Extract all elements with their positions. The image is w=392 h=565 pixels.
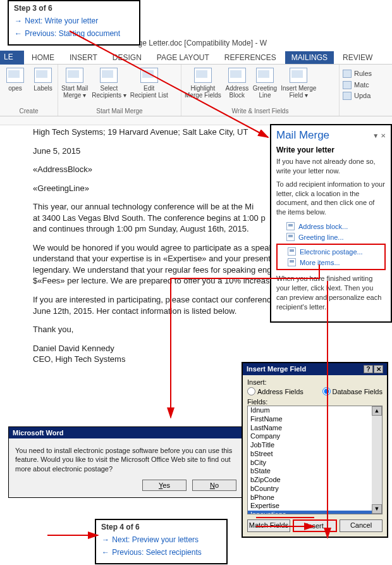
alert-title: Microsoft Word bbox=[9, 427, 245, 438]
pane-text-2: To add recipient information to your let… bbox=[276, 180, 386, 217]
group-start-mail-merge: Start MailMerge ▾ SelectRecipients ▾ Edi… bbox=[58, 65, 181, 116]
yes-button[interactable]: Yes bbox=[142, 480, 187, 491]
wizard-step-3: Step 3 of 6 → Next: Write your letter ← … bbox=[8, 0, 140, 46]
no-button[interactable]: No bbox=[192, 480, 236, 491]
rules-icon bbox=[343, 70, 352, 78]
start-merge-icon bbox=[66, 68, 83, 83]
pane-title: Mail Merge ▼ ✕ bbox=[276, 129, 386, 142]
file-tab[interactable]: LE bbox=[0, 51, 24, 65]
alert-message: You need to install electronic postage s… bbox=[9, 438, 245, 477]
group-rules: Rules Matc Upda bbox=[340, 65, 375, 116]
greeting-icon bbox=[256, 68, 274, 83]
list-item[interactable]: JobTitle bbox=[248, 441, 382, 450]
arrow-right-icon: → bbox=[14, 15, 23, 27]
update-icon bbox=[343, 92, 352, 100]
recipients-icon bbox=[100, 68, 118, 83]
postage-alert-dialog: Microsoft Word You need to install elect… bbox=[8, 426, 246, 498]
labels-icon bbox=[34, 68, 52, 83]
list-item[interactable]: bState bbox=[248, 467, 382, 476]
scroll-up-icon[interactable]: ▲ bbox=[372, 406, 382, 416]
list-item[interactable]: Company bbox=[248, 432, 382, 441]
greeting-line-link[interactable]: Greeting line... bbox=[276, 232, 386, 242]
insert-field-icon bbox=[290, 68, 307, 83]
insert-label: Insert: bbox=[247, 378, 383, 386]
list-item[interactable]: Expertise bbox=[248, 502, 382, 511]
fields-label: Fields: bbox=[247, 398, 383, 406]
edit-recipient-list-button[interactable]: EditRecipient List bbox=[130, 68, 168, 99]
list-item[interactable]: bPhone bbox=[248, 494, 382, 502]
address-block-link[interactable]: Address block... bbox=[276, 221, 386, 232]
tab-page-layout[interactable]: PAGE LAYOUT bbox=[150, 51, 216, 64]
pane-close-buttons[interactable]: ▼ ✕ bbox=[372, 132, 386, 139]
wizard-step-4: Step 4 of 6 → Next: Preview your letters… bbox=[95, 519, 228, 564]
tab-design[interactable]: DESIGN bbox=[106, 51, 148, 64]
scroll-down-icon[interactable]: ▼ bbox=[372, 504, 382, 514]
insert-merge-field-button[interactable]: Insert MergeField ▾ bbox=[281, 68, 316, 99]
pane-text-1: If you have not already done so, write y… bbox=[276, 157, 386, 176]
highlight-icon bbox=[194, 68, 212, 83]
group-write-insert: HighlightMerge Fields AddressBlock Greet… bbox=[181, 65, 340, 116]
step-label: Step 3 of 6 bbox=[14, 4, 134, 13]
address-fields-radio[interactable]: Address Fields bbox=[247, 387, 303, 395]
ribbon-tabs: LE HOME INSERT DESIGN PAGE LAYOUT REFERE… bbox=[0, 51, 392, 65]
electronic-postage-link[interactable]: Electronic postage... bbox=[278, 246, 384, 257]
scrollbar[interactable]: ▲ ▼ bbox=[372, 406, 382, 514]
tab-references[interactable]: REFERENCES bbox=[218, 51, 283, 64]
list-item-selected[interactable]: Innovations bbox=[248, 511, 382, 514]
list-item[interactable]: bZipCode bbox=[248, 476, 382, 485]
list-item[interactable]: LastName bbox=[248, 424, 382, 433]
ribbon-body: opes Labels Create Start MailMerge ▾ Sel… bbox=[0, 65, 392, 116]
match-fields-button[interactable]: Match Fields bbox=[247, 519, 290, 532]
arrow-left-icon: ← bbox=[101, 546, 110, 559]
next-write-letter-link[interactable]: → Next: Write your letter bbox=[14, 15, 134, 27]
greeting-line-button[interactable]: GreetingLine bbox=[253, 68, 277, 99]
start-mail-merge-button[interactable]: Start MailMerge ▾ bbox=[61, 68, 88, 99]
envelope-icon bbox=[6, 68, 24, 83]
help-button[interactable]: ? bbox=[364, 365, 373, 373]
list-item[interactable]: bCountry bbox=[248, 485, 382, 494]
list-item[interactable]: Idnum bbox=[248, 406, 382, 415]
tab-mailings[interactable]: MAILINGS bbox=[285, 51, 334, 64]
close-button[interactable]: ✕ bbox=[374, 365, 383, 373]
insert-merge-field-dialog: Insert Merge Field ?✕ Insert: Address Fi… bbox=[242, 362, 388, 538]
tab-review[interactable]: REVIEW bbox=[336, 51, 379, 64]
list-item[interactable]: FirstName bbox=[248, 415, 382, 424]
step-label: Step 4 of 6 bbox=[101, 523, 221, 531]
prev-select-recipients-link[interactable]: ← Previous: Select recipients bbox=[101, 546, 221, 559]
fields-listbox[interactable]: Idnum FirstName LastName Company JobTitl… bbox=[247, 406, 383, 514]
dialog-title-bar: Insert Merge Field ?✕ bbox=[243, 363, 387, 375]
list-item[interactable]: bStreet bbox=[248, 450, 382, 459]
tab-insert[interactable]: INSERT bbox=[63, 51, 104, 64]
envelopes-button[interactable]: opes bbox=[3, 68, 27, 92]
prev-starting-doc-link[interactable]: ← Previous: Starting document bbox=[14, 27, 134, 40]
match-icon bbox=[343, 81, 352, 89]
highlighted-links: Electronic postage... More items... bbox=[276, 244, 386, 270]
list-item[interactable]: bCity bbox=[248, 459, 382, 468]
database-fields-radio[interactable]: Database Fields bbox=[322, 387, 383, 395]
rules-button[interactable]: Rules bbox=[343, 68, 372, 80]
cancel-button[interactable]: Cancel bbox=[340, 519, 383, 532]
doc-icon bbox=[286, 222, 295, 230]
pane-text-3: When you have finished writing your lett… bbox=[276, 274, 386, 311]
address-block-button[interactable]: AddressBlock bbox=[225, 68, 249, 99]
postage-icon bbox=[288, 247, 296, 256]
dialog-window-buttons: ?✕ bbox=[363, 365, 383, 373]
more-items-link[interactable]: More items... bbox=[278, 257, 384, 268]
items-icon bbox=[288, 258, 296, 266]
match-fields-button[interactable]: Matc bbox=[343, 80, 372, 91]
write-letter-heading: Write your letter bbox=[276, 146, 386, 154]
mail-merge-pane: Mail Merge ▼ ✕ Write your letter If you … bbox=[270, 124, 392, 323]
doc-icon bbox=[286, 233, 295, 241]
arrow-left-icon: ← bbox=[14, 27, 23, 40]
group-create: opes Labels Create bbox=[0, 65, 58, 116]
address-block-icon bbox=[228, 68, 246, 83]
select-recipients-button[interactable]: SelectRecipients ▾ bbox=[92, 68, 126, 99]
insert-button[interactable]: Insert bbox=[293, 519, 337, 532]
highlight-merge-fields-button[interactable]: HighlightMerge Fields bbox=[185, 68, 221, 99]
update-labels-button[interactable]: Upda bbox=[343, 90, 372, 102]
thank-you: Thank you, bbox=[33, 324, 392, 335]
arrow-right-icon: → bbox=[101, 533, 110, 546]
labels-button[interactable]: Labels bbox=[31, 68, 55, 92]
next-preview-link[interactable]: → Next: Preview your letters bbox=[101, 533, 221, 546]
tab-home[interactable]: HOME bbox=[25, 51, 61, 64]
